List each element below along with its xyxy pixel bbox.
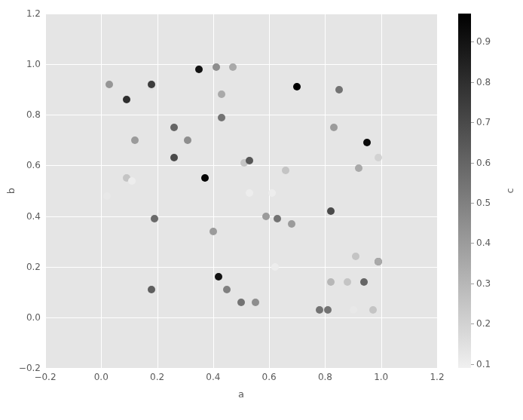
data-point (218, 90, 225, 98)
x-tick-label: 1.2 (430, 372, 444, 382)
y-tick-label: 0.8 (26, 109, 41, 120)
y-tick-label: 0.0 (26, 312, 41, 323)
data-point (369, 306, 377, 314)
data-point (327, 207, 335, 215)
x-tick-label: 1.0 (374, 372, 388, 382)
x-tick-label: −0.2 (34, 372, 56, 382)
data-point (360, 278, 368, 286)
grid-line (45, 14, 437, 14)
colorbar-tick-label: 0.8 (476, 77, 491, 87)
colorbar-tick-mark (471, 243, 474, 244)
data-point (344, 278, 351, 286)
data-point (330, 124, 338, 131)
data-point (282, 167, 289, 174)
x-axis-label: a (238, 388, 244, 400)
data-point (262, 213, 270, 220)
data-point (274, 215, 281, 222)
data-point (246, 189, 253, 197)
grid-line (45, 14, 46, 368)
colorbar-tick-label: 0.1 (476, 359, 491, 369)
colorbar-tick-label: 0.6 (476, 158, 491, 168)
data-point (229, 63, 237, 71)
data-point (246, 157, 253, 164)
data-point (252, 299, 259, 306)
plot-inner (45, 14, 437, 368)
colorbar-tick-mark (471, 122, 474, 123)
data-point (352, 253, 359, 260)
data-point (375, 258, 382, 265)
colorbar-label: c (504, 188, 515, 193)
data-point (350, 306, 357, 314)
colorbar-tick-mark (471, 323, 474, 324)
y-tick-label: 0.2 (26, 262, 41, 272)
grid-line (45, 115, 437, 115)
colorbar-tick-label: 0.9 (476, 36, 491, 47)
data-point (170, 124, 178, 131)
y-tick-label: 0.4 (26, 211, 41, 222)
data-point (271, 263, 279, 271)
y-tick-label: −0.2 (19, 363, 41, 373)
y-tick-label: 0.6 (26, 160, 41, 170)
colorbar-tick-label: 0.7 (476, 117, 491, 127)
grid-line (45, 216, 437, 217)
y-tick-label: 1.2 (26, 8, 41, 19)
data-point (213, 63, 220, 71)
x-tick-label: 0.4 (206, 372, 220, 382)
colorbar-tick-mark (471, 203, 474, 204)
x-tick-label: 0.8 (318, 372, 332, 382)
grid-line (45, 64, 437, 65)
data-point (218, 114, 225, 121)
data-point (210, 228, 217, 235)
colorbar-tick-label: 0.3 (476, 278, 491, 289)
data-point (106, 81, 113, 88)
x-tick-label: 0.6 (262, 372, 277, 382)
plot-area (45, 14, 437, 368)
data-point (335, 86, 343, 94)
data-point (327, 278, 335, 286)
colorbar-tick-mark (471, 82, 474, 83)
data-point (148, 286, 155, 293)
data-point (103, 192, 111, 200)
data-point (237, 299, 245, 306)
colorbar-tick-label: 0.4 (476, 238, 491, 248)
colorbar-tick-mark (471, 41, 474, 42)
data-point (184, 136, 191, 144)
data-point (128, 177, 136, 185)
data-point (324, 306, 332, 314)
y-axis-label: b (5, 188, 17, 194)
colorbar-tick-mark (471, 163, 474, 164)
grid-line (45, 317, 437, 318)
colorbar-tick-label: 0.5 (476, 198, 491, 208)
data-point (268, 189, 276, 197)
data-point (215, 273, 222, 281)
data-point (293, 83, 301, 90)
data-point (151, 215, 158, 222)
colorbar-tick-label: 0.2 (476, 318, 491, 329)
colorbar-tick-mark (471, 364, 474, 365)
data-point (201, 174, 209, 182)
data-point (170, 154, 178, 161)
colorbar-tick-mark (471, 284, 474, 284)
colorbar (458, 14, 471, 368)
data-point (316, 306, 323, 314)
x-tick-label: 0.2 (150, 372, 164, 382)
grid-line (381, 14, 382, 368)
data-point (223, 286, 231, 293)
x-tick-label: 0.0 (94, 372, 109, 382)
grid-line (158, 14, 158, 368)
grid-line (101, 14, 102, 368)
chart-figure: a b c −0.20.00.20.40.60.81.01.2−0.20.00.… (0, 0, 523, 420)
y-tick-label: 1.0 (26, 59, 41, 69)
data-point (355, 164, 362, 172)
data-point (123, 96, 130, 103)
data-point (195, 66, 203, 73)
data-point (288, 220, 295, 228)
data-point (363, 139, 371, 146)
grid-line (45, 267, 437, 268)
data-point (131, 136, 139, 144)
grid-line (325, 14, 326, 368)
